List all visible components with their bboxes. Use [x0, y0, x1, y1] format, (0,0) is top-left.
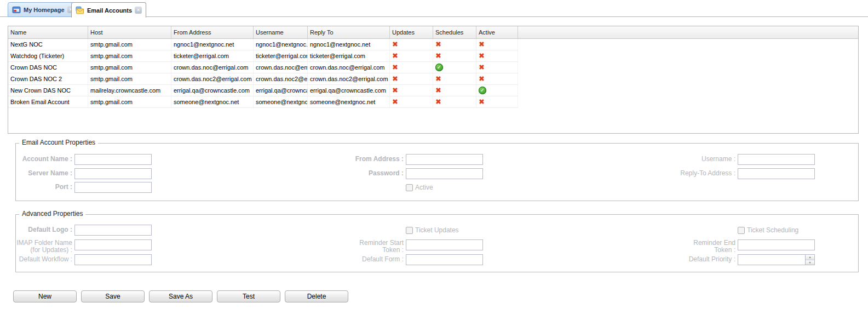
save-button[interactable]: Save	[81, 290, 145, 302]
cell-username: ticketer@errigal.com	[254, 50, 308, 61]
column-header-schedules[interactable]: Schedules	[433, 26, 476, 38]
default-priority-input[interactable]	[738, 254, 815, 265]
tab-my-homepage[interactable]: My Homepage ✕	[8, 2, 79, 17]
cell-from-address: ngnoc1@nextgnoc.net	[171, 39, 254, 50]
email-accounts-grid: Name Host From Address Username Reply To…	[8, 26, 859, 134]
table-row[interactable]: Watchdog (Ticketer) smtp.gmail.com ticke…	[8, 50, 518, 62]
from-address-label: From Address :	[323, 154, 404, 163]
cross-icon	[392, 96, 398, 107]
cell-updates	[390, 85, 433, 96]
ticket-updates-checkbox-label: Ticket Updates	[415, 226, 459, 234]
cell-host: smtp.gmail.com	[88, 96, 171, 107]
cell-active	[476, 73, 518, 84]
column-header-filler	[518, 26, 858, 38]
password-label: Password :	[323, 168, 404, 177]
username-label: Username :	[657, 154, 735, 163]
cross-icon	[479, 96, 485, 107]
cell-reply-to: ticketer@errigal.com	[308, 50, 390, 61]
cell-updates	[390, 62, 433, 73]
imap-folder-name-input[interactable]	[74, 239, 152, 250]
cell-active	[476, 96, 518, 107]
ticket-updates-checkbox[interactable]	[406, 227, 413, 234]
cell-host: smtp.gmail.com	[88, 50, 171, 61]
default-logo-input[interactable]	[74, 225, 152, 236]
cell-schedules	[433, 39, 476, 50]
grid-header: Name Host From Address Username Reply To…	[8, 26, 858, 39]
cell-name: Watchdog (Ticketer)	[8, 50, 88, 61]
reply-to-address-input[interactable]	[738, 168, 815, 179]
default-form-label: Default Form :	[323, 254, 404, 263]
fieldset-legend: Advanced Properties	[19, 210, 85, 218]
cell-name: Crown DAS NOC	[8, 62, 88, 73]
active-checkbox[interactable]	[406, 184, 413, 191]
from-address-input[interactable]	[406, 154, 483, 165]
cell-host: mailrelay.crowncastle.com	[88, 85, 171, 96]
cross-icon	[392, 50, 398, 61]
ticket-scheduling-checkbox[interactable]	[738, 227, 745, 234]
cell-schedules	[433, 50, 476, 61]
homepage-icon	[12, 5, 21, 14]
cell-updates	[390, 73, 433, 84]
cell-username: crown.das.noc@errigal.com	[254, 62, 308, 73]
column-header-updates[interactable]: Updates	[390, 26, 433, 38]
tab-email-accounts[interactable]: Email Accounts ✕	[71, 2, 146, 18]
cell-schedules	[433, 73, 476, 84]
password-input[interactable]	[406, 168, 483, 179]
cell-from-address: errigal.qa@crowncastle.com	[171, 85, 254, 96]
column-header-from-address[interactable]: From Address	[171, 26, 254, 38]
default-form-input[interactable]	[406, 254, 483, 265]
spinner-up-icon[interactable]: ▲	[806, 255, 814, 260]
fieldset-legend: Email Account Properties	[19, 139, 98, 146]
column-header-active[interactable]: Active	[476, 26, 518, 38]
default-workflow-label: Default Workflow :	[18, 254, 72, 263]
close-icon[interactable]: ✕	[135, 7, 142, 14]
table-row[interactable]: New Crown DAS NOC mailrelay.crowncastle.…	[8, 85, 518, 96]
default-workflow-input[interactable]	[74, 254, 152, 265]
cell-name: Crown DAS NOC 2	[8, 73, 88, 84]
save-as-button[interactable]: Save As	[149, 290, 212, 302]
column-header-reply-to[interactable]: Reply To	[308, 26, 390, 38]
column-header-host[interactable]: Host	[88, 26, 171, 38]
server-name-input[interactable]	[74, 168, 152, 179]
account-name-input[interactable]	[74, 154, 152, 165]
cross-icon	[392, 62, 398, 73]
table-row[interactable]: Crown DAS NOC 2 smtp.gmail.com crown.das…	[8, 73, 518, 85]
cell-active	[476, 39, 518, 50]
cell-from-address: someone@nextgnoc.net	[171, 96, 254, 107]
cell-reply-to: someone@nextgnoc.net	[308, 96, 390, 107]
ticket-scheduling-checkbox-label: Ticket Scheduling	[747, 226, 798, 234]
cell-reply-to: crown.das.noc2@errigal.com	[308, 73, 390, 84]
cross-icon	[479, 50, 485, 61]
table-row[interactable]: Broken Email Account smtp.gmail.com some…	[8, 96, 518, 108]
cross-icon	[392, 73, 398, 84]
table-row[interactable]: NextG NOC smtp.gmail.com ngnoc1@nextgnoc…	[8, 39, 518, 50]
port-input[interactable]	[74, 182, 152, 193]
cell-updates	[390, 50, 433, 61]
cell-username: crown.das.noc2@errigal.com	[254, 73, 308, 84]
check-icon	[435, 64, 443, 71]
column-header-username[interactable]: Username	[254, 26, 308, 38]
cell-username: ngnoc1@nextgnoc.net	[254, 39, 308, 50]
cell-updates	[390, 39, 433, 50]
cell-from-address: crown.das.noc2@errigal.com	[171, 73, 254, 84]
cross-icon	[479, 39, 485, 50]
email-icon	[76, 6, 84, 15]
spinner-down-icon[interactable]: ▼	[806, 260, 814, 265]
default-priority-label: Default Priority :	[657, 254, 735, 263]
reminder-start-token-input[interactable]	[406, 239, 483, 250]
username-input[interactable]	[738, 154, 815, 165]
new-button[interactable]: New	[13, 290, 77, 302]
cell-username: errigal.qa@crowncastle.com	[254, 85, 308, 96]
reminder-end-token-input[interactable]	[738, 239, 815, 250]
table-row[interactable]: Crown DAS NOC smtp.gmail.com crown.das.n…	[8, 62, 518, 73]
port-label: Port :	[18, 182, 72, 191]
test-button[interactable]: Test	[217, 290, 280, 302]
tab-bar: My Homepage ✕ Email Accounts ✕	[0, 0, 868, 17]
cell-active	[476, 62, 518, 73]
cross-icon	[392, 85, 398, 96]
cell-host: smtp.gmail.com	[88, 39, 171, 50]
cross-icon	[435, 85, 441, 96]
delete-button[interactable]: Delete	[285, 290, 348, 302]
default-logo-label: Default Logo :	[18, 225, 72, 233]
column-header-name[interactable]: Name	[8, 26, 88, 38]
